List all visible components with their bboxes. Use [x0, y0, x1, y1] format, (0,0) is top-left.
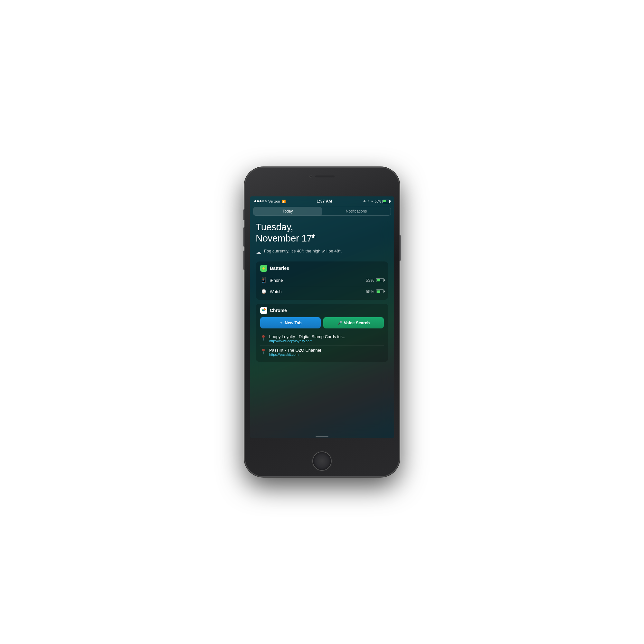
wifi-icon: 📶	[282, 200, 286, 203]
screen-inner: Verizon 📶 1:37 AM ⊕ ↗ ✶ 53%	[250, 196, 394, 438]
batteries-widget-header: ⚡ Batteries	[256, 261, 388, 274]
screen-background: Verizon 📶 1:37 AM ⊕ ↗ ✶ 53%	[250, 196, 394, 438]
passkit-url: https://passkit.com	[269, 353, 384, 356]
passkit-link[interactable]: 📍 PassKit - The O2O Channel https://pass…	[260, 345, 384, 359]
date-display: Tuesday, November 17th	[256, 222, 388, 244]
indicator-line	[316, 436, 328, 437]
top-notch	[296, 173, 348, 180]
weather-section: ☁ Fog currently. It's 48°; the high will…	[256, 248, 388, 256]
watch-battery-fill	[377, 290, 380, 293]
location-pin-icon-1: 📍	[260, 335, 266, 341]
batteries-widget-body: 📱 iPhone 53% ⌚ Watch 55%	[256, 274, 388, 300]
watch-battery-item: ⌚ Watch 55%	[260, 286, 384, 297]
watch-pct: 55%	[366, 289, 374, 294]
signal-dot-1	[254, 200, 256, 202]
tab-bar: Today Notifications	[253, 207, 391, 216]
watch-icon: ⌚	[260, 289, 267, 294]
signal-dot-3	[260, 200, 261, 202]
iphone-name: iPhone	[270, 278, 366, 283]
chrome-icon	[260, 307, 267, 314]
watch-name: Watch	[270, 289, 366, 294]
signal-dot-2	[257, 200, 259, 202]
chrome-widget: Chrome ＋ New Tab 🎤 Voice Search	[256, 304, 388, 362]
carrier-label: Verizon	[268, 199, 280, 203]
power-button[interactable]	[399, 235, 401, 261]
cloud-icon: ☁	[256, 249, 261, 256]
status-bar: Verizon 📶 1:37 AM ⊕ ↗ ✶ 53%	[250, 196, 394, 205]
chrome-icon-svg	[261, 308, 267, 313]
bluetooth-icon: ✶	[371, 200, 374, 203]
battery-bar	[383, 200, 390, 203]
iphone-pct: 53%	[366, 278, 374, 283]
location-pin-icon-2: 📍	[260, 348, 266, 355]
signal-dot-5	[265, 200, 267, 202]
iphone-battery-item: 📱 iPhone 53%	[260, 274, 384, 286]
iphone-battery-bar	[376, 278, 384, 282]
battery-percent: 53%	[375, 200, 381, 203]
new-tab-button[interactable]: ＋ New Tab	[260, 317, 321, 328]
status-time: 1:37 AM	[317, 199, 332, 204]
front-camera	[309, 175, 312, 178]
nav-icon: ↗	[367, 200, 370, 203]
voice-search-button[interactable]: 🎤 Voice Search	[323, 317, 384, 328]
home-button[interactable]	[312, 451, 332, 471]
chrome-buttons-row: ＋ New Tab 🎤 Voice Search	[260, 317, 384, 328]
main-content: Tuesday, November 17th ☁ Fog currently. …	[250, 218, 394, 434]
volume-up-button[interactable]	[243, 227, 245, 247]
speaker	[315, 175, 335, 177]
passkit-title: PassKit - The O2O Channel	[269, 348, 384, 353]
loopy-loyalty-title: Loopy Loyalty - Digital Stamp Cards for.…	[269, 334, 384, 339]
iphone-battery-fill	[377, 279, 380, 281]
loopy-loyalty-text: Loopy Loyalty - Digital Stamp Cards for.…	[269, 334, 384, 343]
tab-notifications[interactable]: Notifications	[322, 207, 391, 215]
chrome-widget-body: ＋ New Tab 🎤 Voice Search 📍	[256, 317, 388, 362]
batteries-icon-glyph: ⚡	[261, 266, 266, 270]
chrome-widget-title: Chrome	[270, 308, 287, 313]
watch-battery-bar	[376, 289, 384, 293]
bottom-indicator	[250, 434, 394, 438]
battery-fill	[383, 200, 386, 202]
date-section: Tuesday, November 17th	[256, 222, 388, 244]
tab-today[interactable]: Today	[253, 207, 322, 215]
phone-shell: Verizon 📶 1:37 AM ⊕ ↗ ✶ 53%	[245, 167, 399, 477]
plus-icon: ＋	[279, 320, 283, 326]
batteries-widget-title: Batteries	[270, 266, 289, 271]
phone-screen: Verizon 📶 1:37 AM ⊕ ↗ ✶ 53%	[250, 196, 394, 438]
signal-dot-4	[262, 200, 264, 202]
date-line1: Tuesday,	[256, 222, 293, 232]
passkit-text: PassKit - The O2O Channel https://passki…	[269, 348, 384, 356]
loopy-loyalty-link[interactable]: 📍 Loopy Loyalty - Digital Stamp Cards fo…	[260, 332, 384, 345]
date-suffix: th	[312, 234, 316, 239]
iphone-icon: 📱	[260, 277, 267, 284]
mic-icon: 🎤	[337, 321, 342, 325]
voice-search-label: Voice Search	[344, 320, 370, 325]
volume-down-button[interactable]	[243, 251, 245, 270]
weather-text: Fog currently. It's 48°; the high will b…	[264, 248, 342, 254]
batteries-widget: ⚡ Batteries 📱 iPhone 53%	[256, 261, 388, 300]
mute-button[interactable]	[243, 209, 245, 220]
new-tab-label: New Tab	[285, 320, 302, 325]
status-right: ⊕ ↗ ✶ 53%	[363, 200, 390, 203]
signal-strength	[254, 200, 267, 202]
svg-point-2	[263, 309, 264, 311]
chrome-widget-header: Chrome	[256, 304, 388, 317]
location-icon: ⊕	[363, 200, 366, 203]
loopy-loyalty-url: http://www.loopyloyalty.com	[269, 339, 384, 343]
date-line2: November 17	[256, 233, 312, 243]
status-left: Verizon 📶	[254, 199, 286, 203]
batteries-icon: ⚡	[260, 265, 267, 272]
